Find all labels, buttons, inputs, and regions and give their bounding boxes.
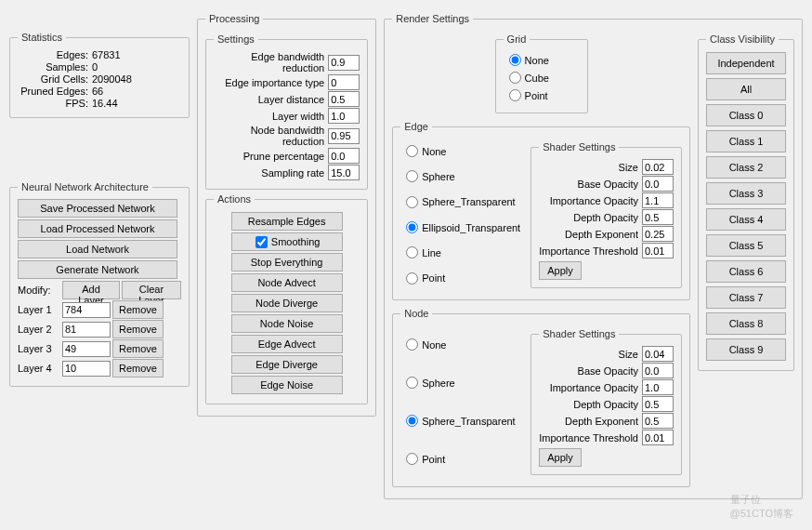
grid-radio[interactable] xyxy=(509,89,521,101)
edge-option-label: Point xyxy=(422,272,445,284)
edge-shader-input[interactable] xyxy=(642,226,674,242)
visibility-button[interactable]: Class 6 xyxy=(706,260,786,283)
setting-input[interactable] xyxy=(328,165,360,180)
node-option[interactable]: Sphere_Transparent xyxy=(404,415,527,427)
edge-apply-button[interactable]: Apply xyxy=(539,261,582,280)
visibility-button[interactable]: Class 0 xyxy=(706,104,786,126)
node-radio[interactable] xyxy=(406,338,418,351)
stat-value: 2090048 xyxy=(92,73,148,85)
node-shader-input[interactable] xyxy=(642,413,674,429)
layer-row: Layer 2 Remove xyxy=(18,320,181,338)
visibility-button[interactable]: Independent xyxy=(706,52,786,74)
edge-shader-label: Depth Opacity xyxy=(539,212,642,223)
node-diverge-button[interactable]: Node Diverge xyxy=(231,294,343,312)
edge-radio[interactable] xyxy=(406,246,418,258)
visibility-button[interactable]: Class 7 xyxy=(706,286,786,309)
clear-layer-button[interactable]: Clear Layer xyxy=(122,281,181,299)
visibility-button[interactable]: Class 9 xyxy=(706,338,786,361)
node-apply-button[interactable]: Apply xyxy=(539,448,582,467)
smoothing-checkbox[interactable] xyxy=(255,236,268,248)
load-processed-network-button[interactable]: Load Processed Network xyxy=(18,219,177,238)
remove-layer-button[interactable]: Remove xyxy=(112,339,164,358)
visibility-button[interactable]: Class 4 xyxy=(706,208,786,231)
generate-network-button[interactable]: Generate Network xyxy=(18,260,177,279)
edge-option[interactable]: None xyxy=(404,145,527,157)
remove-layer-button[interactable]: Remove xyxy=(112,320,164,338)
node-advect-button[interactable]: Node Advect xyxy=(231,273,343,292)
load-network-button[interactable]: Load Network xyxy=(18,240,177,258)
edge-radio[interactable] xyxy=(406,145,418,157)
edge-advect-button[interactable]: Edge Advect xyxy=(231,335,343,353)
visibility-button[interactable]: All xyxy=(706,78,786,100)
node-shader-input[interactable] xyxy=(642,363,674,378)
layer-value-input[interactable] xyxy=(62,302,111,318)
setting-input[interactable] xyxy=(328,108,360,124)
edge-option[interactable]: Sphere_Transparent xyxy=(404,196,527,208)
grid-option[interactable]: None xyxy=(507,54,576,66)
edge-option[interactable]: Sphere xyxy=(404,170,527,182)
visibility-button[interactable]: Class 5 xyxy=(706,234,786,257)
edge-radio[interactable] xyxy=(406,221,418,233)
edge-shader-input[interactable] xyxy=(642,192,674,208)
edge-noise-button[interactable]: Edge Noise xyxy=(231,376,343,394)
resample-edges-button[interactable]: Resample Edges xyxy=(231,212,343,231)
modify-label: Modify: xyxy=(18,285,60,296)
add-layer-button[interactable]: Add Layer xyxy=(62,281,120,299)
edge-radio[interactable] xyxy=(406,196,418,208)
edge-option[interactable]: Point xyxy=(404,272,527,285)
node-option[interactable]: Point xyxy=(404,453,527,465)
edge-radio[interactable] xyxy=(406,272,418,285)
grid-radio[interactable] xyxy=(509,72,521,84)
grid-legend: Grid xyxy=(504,33,530,45)
edge-option[interactable]: Ellipsoid_Transparent xyxy=(404,221,527,233)
edge-shader-input[interactable] xyxy=(642,209,674,225)
setting-label: Node bandwidth reduction xyxy=(214,125,328,147)
visibility-button[interactable]: Class 8 xyxy=(706,312,786,335)
visibility-button[interactable]: Class 3 xyxy=(706,182,786,205)
node-radio[interactable] xyxy=(406,415,418,427)
visibility-button[interactable]: Class 1 xyxy=(706,130,786,152)
node-shader-input[interactable] xyxy=(642,430,674,445)
node-noise-button[interactable]: Node Noise xyxy=(231,314,343,333)
setting-input[interactable] xyxy=(328,148,360,164)
setting-input[interactable] xyxy=(328,91,360,107)
edge-option[interactable]: Line xyxy=(404,246,527,258)
grid-option[interactable]: Point xyxy=(507,89,576,101)
setting-input[interactable] xyxy=(328,55,360,71)
grid-option[interactable]: Cube xyxy=(507,72,576,84)
edge-shader-row: Importance Opacity xyxy=(539,192,674,208)
node-shader-legend: Shader Settings xyxy=(539,328,619,339)
node-shader-input[interactable] xyxy=(642,396,674,412)
stop-everything-button[interactable]: Stop Everything xyxy=(231,253,343,272)
node-option[interactable]: Sphere xyxy=(404,377,527,389)
node-radio[interactable] xyxy=(406,377,418,389)
node-radio[interactable] xyxy=(406,453,418,465)
stat-row: Grid Cells: 2090048 xyxy=(18,73,181,85)
visibility-button[interactable]: Class 2 xyxy=(706,156,786,179)
layer-value-input[interactable] xyxy=(62,322,111,338)
smoothing-toggle[interactable]: Smoothing xyxy=(231,232,343,251)
layer-value-input[interactable] xyxy=(62,361,111,377)
remove-layer-button[interactable]: Remove xyxy=(112,359,164,378)
stat-label: Edges: xyxy=(18,49,92,60)
stat-row: FPS: 16.44 xyxy=(18,98,181,109)
stat-value: 67831 xyxy=(92,49,148,60)
edge-shader-input[interactable] xyxy=(642,159,674,175)
node-shader-input[interactable] xyxy=(642,346,674,362)
remove-layer-button[interactable]: Remove xyxy=(112,300,164,319)
edge-shader-input[interactable] xyxy=(642,176,674,192)
setting-input[interactable] xyxy=(328,74,360,90)
architecture-group: Neural Network Architecture Save Process… xyxy=(9,181,190,387)
edge-radio[interactable] xyxy=(406,170,418,182)
edge-diverge-button[interactable]: Edge Diverge xyxy=(231,355,343,374)
edge-shader-input[interactable] xyxy=(642,243,674,258)
layer-value-input[interactable] xyxy=(62,341,111,357)
setting-input[interactable] xyxy=(328,128,360,144)
node-shader-input[interactable] xyxy=(642,379,674,395)
architecture-legend: Neural Network Architecture xyxy=(18,181,152,192)
stat-row: Samples: 0 xyxy=(18,61,181,73)
grid-radio[interactable] xyxy=(509,54,521,66)
save-processed-network-button[interactable]: Save Processed Network xyxy=(18,199,177,218)
node-option[interactable]: None xyxy=(404,338,527,351)
setting-row: Prune percentage xyxy=(214,148,360,164)
